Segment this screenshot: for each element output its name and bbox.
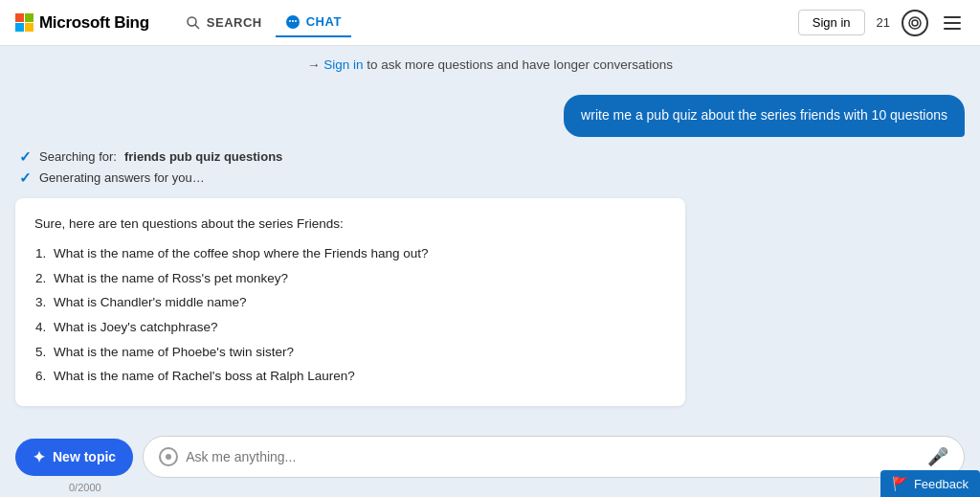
logo-square-red	[15, 13, 24, 22]
svg-point-3	[909, 17, 921, 29]
char-count: 0/2000	[15, 482, 965, 493]
sign-in-button[interactable]: Sign in	[798, 10, 865, 35]
reward-badge-icon	[908, 16, 922, 30]
logo: Microsoft Bing	[15, 13, 149, 33]
list-item: What is Joey's catchphrase?	[50, 317, 666, 338]
check-icon-1: ✓	[19, 148, 32, 166]
user-message-bubble: write me a pub quiz about the series fri…	[564, 95, 965, 137]
header-right: Sign in 21	[798, 10, 965, 36]
feedback-button[interactable]: 🚩 Feedback	[880, 470, 980, 497]
status-line-generating: ✓ Generating answers for you…	[19, 169, 965, 187]
new-topic-label: New topic	[53, 449, 116, 464]
list-item: What is the name of Phoebe's twin sister…	[50, 342, 666, 363]
reward-count: 21	[877, 15, 890, 30]
list-item: What is Chandler's middle name?	[50, 292, 666, 313]
sign-in-banner: → Sign in to ask more questions and have…	[15, 46, 965, 83]
search-icon	[186, 15, 201, 31]
list-item: What is the name of Rachel's boss at Ral…	[50, 366, 666, 387]
user-message-text: write me a pub quiz about the series fri…	[581, 107, 947, 123]
main-content: → Sign in to ask more questions and have…	[0, 46, 980, 497]
ai-questions-list: What is the name of the coffee shop wher…	[34, 243, 666, 387]
ai-response-card: Sure, here are ten questions about the s…	[15, 198, 685, 406]
input-box[interactable]: 🎤	[143, 436, 965, 478]
header: Microsoft Bing SEARCH CHAT Sign in 21	[0, 0, 980, 46]
nav-search[interactable]: SEARCH	[176, 10, 272, 36]
feedback-label: Feedback	[914, 477, 969, 491]
bing-logo-squares	[15, 13, 33, 32]
reward-icon[interactable]	[902, 10, 928, 36]
sign-in-arrow: →	[307, 57, 321, 72]
nav-chat[interactable]: CHAT	[276, 9, 351, 37]
status-line-searching: ✓ Searching for: friends pub quiz questi…	[19, 148, 965, 166]
nav-bar: SEARCH CHAT	[176, 9, 351, 37]
nav-chat-label: CHAT	[306, 14, 342, 29]
input-circle-icon	[159, 447, 178, 466]
sign-in-link[interactable]: Sign in	[323, 57, 363, 72]
svg-point-0	[188, 17, 196, 26]
hamburger-menu-button[interactable]	[940, 12, 965, 34]
logo-square-blue	[15, 23, 24, 32]
chat-area[interactable]: → Sign in to ask more questions and have…	[0, 46, 980, 428]
status-generating-text: Generating answers for you…	[39, 170, 205, 185]
status-area: ✓ Searching for: friends pub quiz questi…	[15, 148, 965, 187]
svg-line-1	[195, 25, 199, 29]
list-item: What is the name of Ross's pet monkey?	[50, 268, 666, 289]
status-searching-prefix: Searching for:	[39, 149, 117, 164]
bottom-input-area: ✦ New topic 🎤 0/2000	[0, 428, 980, 497]
ai-intro-text: Sure, here are ten questions about the s…	[34, 214, 666, 235]
sign-in-banner-text: to ask more questions and have longer co…	[367, 57, 673, 72]
chat-input[interactable]	[186, 449, 920, 464]
logo-square-yellow	[25, 23, 33, 32]
logo-square-green	[25, 13, 33, 22]
logo-text: Microsoft Bing	[39, 13, 149, 33]
new-topic-button[interactable]: ✦ New topic	[15, 439, 133, 476]
input-row: ✦ New topic 🎤	[15, 436, 965, 478]
nav-search-label: SEARCH	[207, 15, 262, 30]
sparkle-icon: ✦	[33, 448, 45, 466]
status-searching-query: friends pub quiz questions	[124, 149, 282, 164]
mic-icon[interactable]: 🎤	[927, 446, 948, 467]
check-icon-2: ✓	[19, 169, 32, 187]
list-item: What is the name of the coffee shop wher…	[50, 243, 666, 264]
svg-point-4	[912, 20, 918, 26]
feedback-icon: 🚩	[892, 476, 908, 491]
chat-icon	[285, 14, 301, 30]
